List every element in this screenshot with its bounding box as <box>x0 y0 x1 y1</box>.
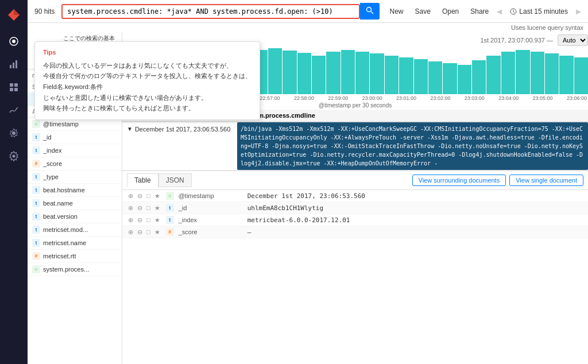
tooltip-body: 今回の投入しているデータはあまり気にしなくても大丈夫ですが、 今後自分で何かのロ… <box>122 60 252 114</box>
field-type-t5: t <box>32 186 40 194</box>
magnify-minus-icon-2[interactable]: ⊖ <box>136 204 144 212</box>
main-area: 90 hits New Save Open Share ◀ Last 15 mi… <box>28 0 588 364</box>
sidebar-logo <box>3 5 24 25</box>
result-time: ▼ December 1st 2017, 23:06:53.560 <box>122 122 237 136</box>
search-bar-container <box>61 3 379 20</box>
magnify-plus-icon[interactable]: ⊕ <box>127 192 134 200</box>
svg-rect-4 <box>16 60 17 68</box>
field-item-type[interactable]: t _type <box>28 171 122 184</box>
toolbar-right: New Save Open Share ◀ Last 15 minutes ▶ <box>380 6 581 17</box>
view-single-button[interactable]: View single document <box>509 175 583 186</box>
auto-select[interactable]: Auto <box>558 34 588 46</box>
svg-point-9 <box>12 131 16 135</box>
new-button[interactable]: New <box>386 6 407 17</box>
magnify-minus-icon-4[interactable]: ⊖ <box>136 229 144 236</box>
star-icon-3[interactable]: ★ <box>153 216 161 224</box>
expand-button[interactable]: ▼ <box>127 126 133 132</box>
doc-field-row-id: ⊕ ⊖ □ ★ t _id uhlmEmA8cb1CH1Wlytig <box>122 202 588 214</box>
tab-table[interactable]: Table <box>127 173 158 187</box>
svg-point-10 <box>13 155 16 158</box>
magnify-plus-icon-3[interactable]: ⊕ <box>127 216 134 224</box>
open-button[interactable]: Open <box>439 6 462 17</box>
filter-icon-4[interactable]: □ <box>145 229 152 236</box>
results-area[interactable]: Time ↓ system.process.cmdline ▼ December… <box>122 110 588 364</box>
filter-icon-3[interactable]: □ <box>145 216 152 224</box>
field-type-t3: t <box>32 146 40 154</box>
field-item-beat-version[interactable]: t beat.version <box>28 210 122 223</box>
magnify-minus-icon[interactable]: ⊖ <box>136 192 144 200</box>
field-name-beat-version: beat.version <box>43 213 78 220</box>
doc-field-value-index: metricbeat-6.0.0-2017.12.01 <box>247 216 350 224</box>
svg-rect-8 <box>14 88 18 91</box>
field-item-metricset-mod[interactable]: t metricset.mod... <box>28 223 122 237</box>
time-range-picker[interactable]: Last 15 minutes <box>506 6 571 17</box>
tooltip-overlay: Tips 今回の投入しているデータはあまり気にしなくても大丈夫ですが、 今後自分… <box>122 41 260 120</box>
star-icon[interactable]: ★ <box>153 192 161 200</box>
field-name-type: _type <box>43 173 59 180</box>
field-type-t7: t <box>32 212 40 220</box>
field-list: ○ @timestamp t _id t _index # _score t <box>28 118 122 364</box>
filter-icon[interactable]: □ <box>145 192 152 200</box>
sidebar-item-dashboard[interactable] <box>3 77 24 98</box>
field-name-score: _score <box>43 160 62 167</box>
sidebar <box>0 0 28 364</box>
doc-field-value-timestamp: December 1st 2017, 23:06:53.560 <box>247 192 365 200</box>
share-button[interactable]: Share <box>467 6 492 17</box>
field-type-t8: t <box>32 226 40 234</box>
doc-field-value-id: uhlmEmA8cb1CH1Wlytig <box>247 204 323 212</box>
field-name-index: _index <box>43 147 61 154</box>
sidebar-item-settings[interactable] <box>3 146 24 166</box>
sidebar-item-management[interactable] <box>3 123 24 144</box>
field-item-id[interactable]: t _id <box>28 131 122 144</box>
col-cmdline: system.process.cmdline <box>242 112 583 119</box>
magnify-plus-icon-4[interactable]: ⊕ <box>127 229 134 236</box>
view-surrounding-button[interactable]: View surrounding documents <box>412 175 506 186</box>
star-icon-2[interactable]: ★ <box>153 204 161 212</box>
time-range-label: Last 15 minutes <box>519 7 568 16</box>
search-button[interactable] <box>360 3 380 20</box>
doc-field-name-timestamp: @timestamp <box>179 192 247 199</box>
field-item-beat-hostname[interactable]: t beat.hostname <box>28 184 122 197</box>
magnify-plus-icon-2[interactable]: ⊕ <box>127 204 134 212</box>
field-item-metricset-name[interactable]: t metricset.name <box>28 237 122 250</box>
chart-date: 1st 2017, 23:07:00.937 — <box>480 37 553 44</box>
field-name-system-process: system.proces... <box>43 266 89 273</box>
field-item-beat-name[interactable]: t beat.name <box>28 197 122 210</box>
filter-icon-2[interactable]: □ <box>145 204 152 212</box>
doc-field-type-circle: ○ <box>166 192 174 200</box>
doc-field-icons-3: ⊕ ⊖ □ ★ <box>127 216 161 224</box>
doc-field-value-score: – <box>247 229 252 236</box>
tooltip-title: Tips <box>122 48 252 58</box>
field-name-metricset-name: metricset.name <box>43 239 86 246</box>
tab-json[interactable]: JSON <box>158 173 192 187</box>
doc-field-icons: ⊕ ⊖ □ ★ <box>127 192 161 200</box>
field-item-index[interactable]: t _index <box>28 144 122 157</box>
doc-fields: ⊕ ⊖ □ ★ ○ @timestamp December 1st 2017, … <box>122 190 588 238</box>
search-input-wrapper <box>61 4 359 19</box>
content-area: Add a fi... ここでの検索の基本はField名:条件になります。 me… <box>28 32 588 364</box>
sidebar-item-timelion[interactable] <box>3 100 24 121</box>
sidebar-item-visualize[interactable] <box>3 54 24 75</box>
field-type-circle2: ○ <box>32 265 40 273</box>
cmdline-cell: /bin/java -Xms512m -Xmx512m -XX:+UseConc… <box>237 122 588 170</box>
field-item-score[interactable]: # _score <box>28 157 122 171</box>
field-name-metricset-mod: metricset.mod... <box>43 226 88 233</box>
doc-field-name-index: _index <box>179 216 247 223</box>
doc-field-name-id: _id <box>179 204 247 211</box>
magnify-minus-icon-3[interactable]: ⊖ <box>136 216 144 224</box>
doc-tab-actions: View surrounding documents View single d… <box>412 175 583 186</box>
svg-line-15 <box>513 11 515 13</box>
top-bar: 90 hits New Save Open Share ◀ Last 15 mi… <box>28 0 588 23</box>
svg-rect-3 <box>13 63 14 68</box>
field-item-metricset-rtt[interactable]: # metricset.rtt <box>28 250 122 263</box>
star-icon-4[interactable]: ★ <box>153 229 161 236</box>
search-input[interactable] <box>67 7 354 16</box>
nav-divider: ◀ <box>497 7 502 16</box>
field-item-system-process[interactable]: ○ system.proces... <box>28 263 122 276</box>
field-type-hash2: # <box>32 252 40 260</box>
svg-rect-7 <box>10 88 13 91</box>
save-button[interactable]: Save <box>412 6 434 17</box>
doc-field-row-index: ⊕ ⊖ □ ★ t _index metricbeat-6.0.0-2017.1… <box>122 214 588 226</box>
doc-field-type-hash: # <box>166 228 174 236</box>
sidebar-item-discover[interactable] <box>3 31 24 52</box>
